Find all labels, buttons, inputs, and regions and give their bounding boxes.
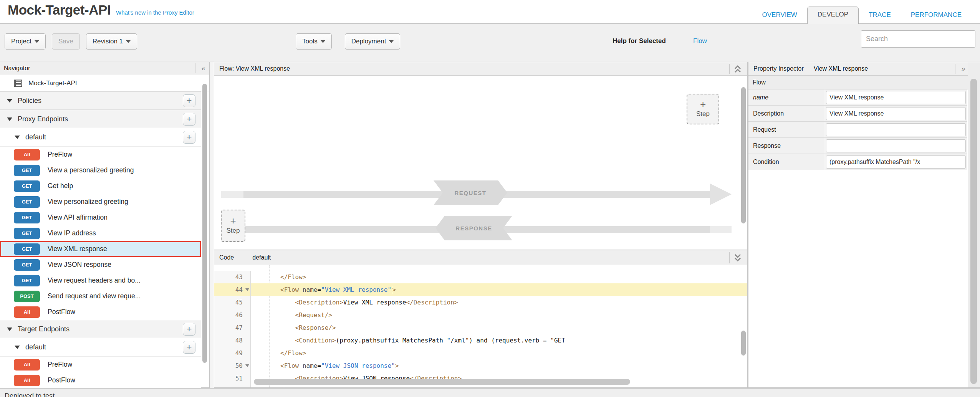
toolbar-middle-buttons: Tools Deployment xyxy=(296,33,400,50)
code-line-45[interactable]: 45 <Description>View XML response</Descr… xyxy=(214,296,747,309)
expand-down-icon[interactable] xyxy=(733,253,742,262)
fold-caret-icon[interactable] xyxy=(245,364,249,367)
code-line-48[interactable]: 48 <Condition>(proxy.pathsuffix MatchesP… xyxy=(214,334,747,347)
section-label: Proxy Endpoints xyxy=(18,115,68,123)
deployment-status-text: Deployed to test xyxy=(5,392,980,397)
property-label: name xyxy=(748,89,825,105)
nav-item-label: View XML response xyxy=(48,245,107,253)
property-value-cell: View XML response xyxy=(825,106,967,121)
code-horizontal-scrollbar[interactable] xyxy=(254,379,630,385)
nav-item-view-json-response[interactable]: GETView JSON response xyxy=(0,257,201,273)
navigator-panel: Navigator « Mock-Target-APIPolicies+Prox… xyxy=(0,62,210,388)
property-input-description[interactable]: View XML response xyxy=(826,107,966,120)
collapse-up-icon[interactable] xyxy=(733,65,742,73)
caret-down-icon[interactable] xyxy=(7,117,12,121)
search-input[interactable] xyxy=(861,30,975,48)
help-flow-link[interactable]: Flow xyxy=(693,37,707,45)
flow-scrollbar[interactable] xyxy=(741,87,746,223)
navigator-root-item[interactable]: Mock-Target-API xyxy=(0,75,209,91)
deployment-menu-button[interactable]: Deployment xyxy=(345,33,401,50)
add-step-button-request[interactable]: + Step xyxy=(687,94,719,124)
property-value-cell: View XML response xyxy=(825,89,967,105)
code-line-49[interactable]: 49 </Flow> xyxy=(214,347,747,359)
code-line-44[interactable]: 44 <Flow name="View XML response"> xyxy=(214,283,747,296)
property-input-condition[interactable]: (proxy.pathsuffix MatchesPath "/x xyxy=(826,155,966,169)
code-vertical-scrollbar[interactable] xyxy=(741,331,746,356)
property-scrollbar[interactable] xyxy=(970,79,977,384)
code-tab-default[interactable]: default xyxy=(252,254,271,261)
plus-icon: + xyxy=(230,217,236,225)
nav-item-preflow[interactable]: AllPreFlow xyxy=(0,357,201,372)
nav-item-view-api-affirmation[interactable]: GETView API affirmation xyxy=(0,210,201,225)
collapse-left-icon[interactable]: « xyxy=(201,64,205,73)
code-line-43[interactable]: 43 </Flow> xyxy=(214,271,747,283)
nav-item-postflow[interactable]: AllPostFlow xyxy=(0,304,201,320)
code-text: <Request/> xyxy=(251,309,747,321)
add-button[interactable]: + xyxy=(183,323,195,336)
property-input-request[interactable] xyxy=(826,123,966,136)
property-value-cell xyxy=(825,122,967,137)
navigator-section-proxy-endpoints[interactable]: Proxy Endpoints+ xyxy=(0,110,201,128)
navigator-subsection-default[interactable]: default+ xyxy=(0,128,201,147)
property-row-response: Response xyxy=(748,138,967,154)
property-row-condition: Condition(proxy.pathsuffix MatchesPath "… xyxy=(748,154,967,170)
method-badge: All xyxy=(14,306,40,318)
caret-down-icon[interactable] xyxy=(15,346,20,349)
add-step-button-response[interactable]: + Step xyxy=(221,210,245,242)
code-line-46[interactable]: 46 <Request/> xyxy=(214,309,747,321)
code-line-50[interactable]: 50 <Flow name="View JSON response"> xyxy=(214,359,747,372)
nav-item-view-request-headers-and-bo[interactable]: GETView request headers and bo... xyxy=(0,273,201,288)
add-button[interactable]: + xyxy=(183,94,195,107)
tab-develop[interactable]: DEVELOP xyxy=(807,7,859,24)
toolbar: Project Save Revision 1 Tools Deployment… xyxy=(0,24,980,61)
method-badge: GET xyxy=(14,196,40,208)
nav-item-view-xml-response[interactable]: GETView XML response xyxy=(0,241,201,257)
nav-item-label: View IP address xyxy=(48,229,96,237)
tab-trace[interactable]: TRACE xyxy=(859,7,901,24)
nav-item-view-ip-address[interactable]: GETView IP address xyxy=(0,225,201,241)
method-badge: GET xyxy=(14,212,40,223)
header-separator xyxy=(729,252,730,263)
code-editor[interactable]: 43 </Flow>44 <Flow name="View XML respon… xyxy=(214,265,747,387)
property-label: Description xyxy=(748,106,825,121)
nav-item-label: View JSON response xyxy=(48,261,111,269)
tools-menu-button[interactable]: Tools xyxy=(296,33,332,50)
navigator-section-target-endpoints[interactable]: Target Endpoints+ xyxy=(0,320,201,338)
nav-item-postflow[interactable]: AllPostFlow xyxy=(0,372,201,388)
nav-item-view-personalized-greeting[interactable]: GETView personalized greeting xyxy=(0,194,201,210)
code-text: <Response/> xyxy=(251,321,747,334)
nav-item-view-a-personalized-greeting[interactable]: GETView a personalized greeting xyxy=(0,162,201,178)
navigator-section-policies[interactable]: Policies+ xyxy=(0,91,201,110)
expand-right-icon[interactable]: » xyxy=(961,65,965,73)
navigator-subsection-default[interactable]: default+ xyxy=(0,338,201,357)
add-button[interactable]: + xyxy=(183,341,195,354)
fold-caret-icon[interactable] xyxy=(245,288,249,291)
code-line-47[interactable]: 47 <Response/> xyxy=(214,321,747,334)
add-button[interactable]: + xyxy=(183,113,195,126)
nav-item-send-request-and-view-reque[interactable]: POSTSend request and view reque... xyxy=(0,288,201,304)
line-number: 51 xyxy=(214,372,251,385)
deployment-menu-label: Deployment xyxy=(351,38,386,45)
code-line-52[interactable]: 52 xyxy=(214,385,747,387)
caret-down-icon[interactable] xyxy=(7,99,12,103)
revision-menu-button[interactable]: Revision 1 xyxy=(86,33,137,50)
nav-item-label: PreFlow xyxy=(48,151,72,159)
property-input-name[interactable]: View XML response xyxy=(826,91,966,104)
caret-down-icon[interactable] xyxy=(15,136,20,139)
caret-down-icon[interactable] xyxy=(7,328,12,331)
save-button[interactable]: Save xyxy=(52,33,80,50)
whats-new-link[interactable]: What's new in the Proxy Editor xyxy=(116,9,194,16)
project-menu-button[interactable]: Project xyxy=(5,33,46,50)
code-panel-header: Code default xyxy=(214,250,747,265)
property-label: Condition xyxy=(748,154,825,170)
add-button[interactable]: + xyxy=(183,131,195,144)
tab-performance[interactable]: PERFORMANCE xyxy=(901,7,972,24)
property-input-response[interactable] xyxy=(826,139,966,152)
nav-item-get-help[interactable]: GETGet help xyxy=(0,178,201,194)
line-number: 46 xyxy=(214,309,251,321)
code-text: <Condition>(proxy.pathsuffix MatchesPath… xyxy=(251,334,747,347)
navigator-scrollbar[interactable] xyxy=(202,84,207,363)
nav-item-preflow[interactable]: AllPreFlow xyxy=(0,147,201,162)
method-badge: All xyxy=(14,149,40,160)
tab-overview[interactable]: OVERVIEW xyxy=(752,7,807,24)
